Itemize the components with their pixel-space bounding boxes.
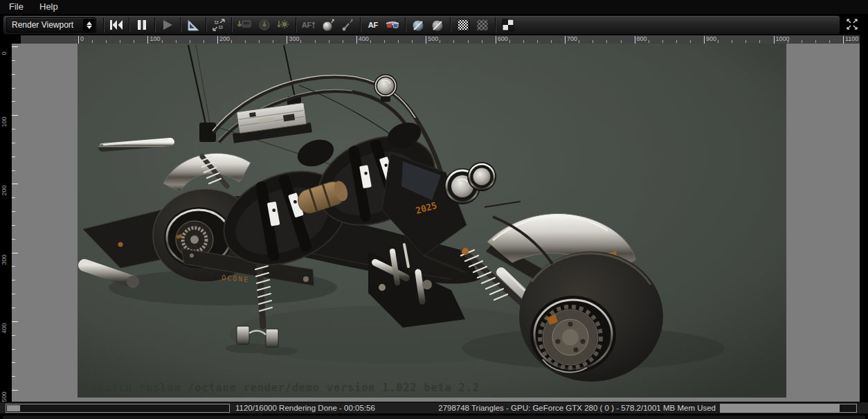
menu-help[interactable]: Help [39, 1, 58, 12]
save-image-button[interactable] [235, 17, 253, 33]
ruler-tick [12, 184, 18, 184]
autofocus-button[interactable]: AF [364, 17, 382, 33]
ruler-tick [245, 40, 246, 43]
ruler-label: 100 [150, 35, 160, 42]
viewport-selector[interactable]: Render Viewport [6, 17, 96, 33]
set-square-icon [186, 19, 200, 31]
demo-watermark: lupascu ruslan /octane render/demo versi… [84, 382, 480, 394]
ruler-tick [621, 40, 622, 43]
ruler-tick [12, 239, 15, 240]
ruler-label: 1100 [845, 35, 858, 42]
ruler-label: 500 [1, 388, 8, 406]
ruler-tick [12, 157, 15, 157]
ruler-tick [843, 36, 844, 44]
pause-icon [137, 19, 147, 30]
toolbar: Render Viewport [3, 15, 840, 35]
toolbar-row: Render Viewport [0, 14, 868, 35]
checker-bright-icon [457, 19, 469, 31]
ruler-tick [120, 40, 120, 43]
ruler-tick [565, 36, 566, 44]
anaglyph-button[interactable] [383, 17, 401, 33]
autofocus-up-button[interactable]: AF [300, 17, 318, 33]
ruler-tick [92, 40, 93, 43]
measure-button[interactable] [184, 17, 202, 33]
ruler-tick [343, 40, 343, 43]
ruler-label: 400 [1, 319, 8, 337]
ruler-tick [106, 40, 107, 43]
fullscreen-icon [844, 18, 860, 30]
ruler-tick [204, 40, 204, 43]
ruler-tick [690, 40, 691, 43]
save-image-icon [237, 19, 252, 31]
render-progress-bar [6, 404, 230, 413]
material-picker-button[interactable] [319, 17, 337, 33]
ruler-tick [745, 40, 746, 43]
ruler-tick [496, 36, 496, 44]
ruler-tick [329, 40, 329, 43]
toolbar-separator [154, 17, 155, 33]
toolbar-separator [495, 17, 496, 33]
ruler-tick [635, 36, 635, 44]
ruler-tick [162, 40, 163, 43]
ruler-tick [231, 40, 232, 43]
ruler-tick [12, 280, 15, 280]
fullscreen-button[interactable] [844, 18, 860, 30]
pause-button[interactable] [133, 17, 151, 33]
ruler-tick [523, 40, 524, 43]
ruler-tick [440, 40, 440, 43]
ruler-tick [606, 40, 607, 43]
restart-button[interactable] [107, 17, 125, 33]
ruler-label: 0 [1, 44, 8, 62]
render-canvas[interactable]: OCONE [78, 44, 786, 398]
viewport[interactable]: OCONE [12, 44, 860, 402]
ruler-tick [190, 40, 190, 43]
ruler-label: 300 [289, 35, 299, 42]
restart-icon [109, 19, 123, 30]
dropdown-arrows-icon[interactable] [83, 19, 95, 31]
save-environment-button[interactable] [274, 17, 292, 33]
fit-view-button[interactable] [210, 17, 228, 33]
render-mode-2-button[interactable] [428, 17, 446, 33]
memory-progress-bar [720, 404, 857, 413]
toolbar-separator [180, 17, 181, 33]
fit-view-icon [212, 19, 226, 31]
play-button[interactable] [159, 17, 177, 33]
ruler-tick [12, 88, 15, 89]
alpha-mode-button[interactable] [499, 17, 517, 33]
play-icon [162, 19, 173, 30]
toolbar-separator [405, 17, 406, 33]
ruler-label: 800 [637, 35, 647, 42]
ruler-tick [147, 36, 148, 44]
ruler-tick [12, 376, 15, 377]
window-bottom-edge [0, 413, 868, 419]
ruler-tick [468, 40, 469, 43]
ruler-tick [12, 266, 15, 267]
ruler-tick [12, 225, 15, 226]
alpha-checker-button[interactable] [454, 17, 472, 33]
picker-wand-icon [341, 19, 354, 31]
save-render-target-button[interactable] [255, 17, 273, 33]
ruler-tick [259, 40, 260, 43]
toolbar-separator [206, 17, 206, 33]
ruler-tick [78, 36, 79, 44]
toolbar-separator [103, 17, 104, 33]
ruler-tick [356, 36, 357, 44]
object-picker-button[interactable] [338, 17, 356, 33]
ruler-label: 600 [498, 35, 508, 42]
menu-file[interactable]: File [9, 1, 24, 12]
toolbar-separator [360, 17, 361, 33]
render-mode-1-button[interactable] [409, 17, 427, 33]
ruler-tick [759, 40, 760, 43]
ruler-tick [12, 253, 18, 253]
ruler-tick [537, 40, 538, 43]
ruler-tick [649, 40, 649, 43]
autofocus-icon: AF [368, 21, 379, 29]
ruler-tick [815, 40, 816, 43]
ruler-tick [788, 40, 788, 43]
ruler-tick [370, 40, 371, 43]
ruler-label: 900 [706, 35, 716, 42]
autofocus-up-icon: AF [302, 21, 312, 29]
background-alpha-button[interactable] [473, 17, 491, 33]
save-environment-icon [276, 19, 290, 31]
ruler-tick [12, 349, 15, 350]
